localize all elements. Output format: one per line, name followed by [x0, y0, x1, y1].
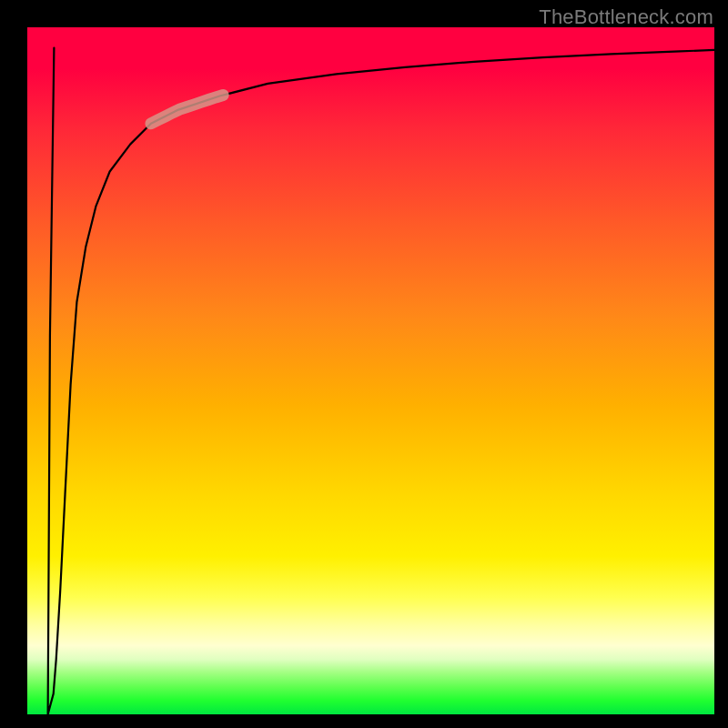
curve-highlight	[151, 96, 223, 124]
bottleneck-curve	[48, 48, 714, 714]
curve-layer	[27, 27, 714, 714]
watermark-text: TheBottleneck.com	[539, 5, 713, 29]
plot-area	[27, 27, 714, 714]
chart-frame: TheBottleneck.com	[0, 0, 728, 728]
